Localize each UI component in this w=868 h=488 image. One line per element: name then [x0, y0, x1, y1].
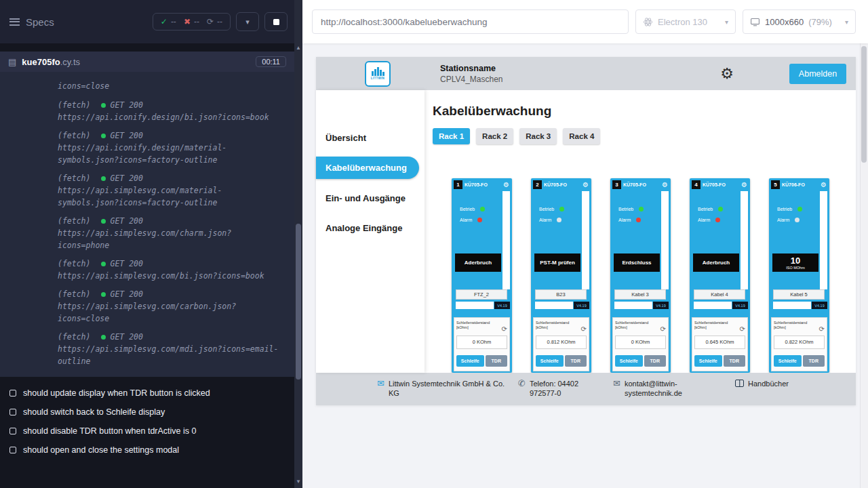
firmware-version: V4.19 [653, 302, 669, 309]
tab-rack-1[interactable]: Rack 1 [433, 128, 470, 144]
footer-manuals[interactable]: Handbücher [735, 379, 789, 388]
specs-menu-button[interactable]: Specs [9, 16, 54, 28]
tdr-button[interactable]: TDR [644, 355, 666, 367]
test-list: should update display when TDR button is… [0, 377, 294, 488]
tab-rack-3[interactable]: Rack 3 [519, 128, 557, 144]
log-url: https://api.simplesvg.com/carbon.json?ic… [58, 300, 281, 325]
device-scrollbar[interactable] [820, 191, 827, 289]
collapse-button[interactable]: ▾ [236, 12, 259, 31]
refresh-icon[interactable]: ⟳ [502, 326, 507, 333]
device-model-label: KÜ705-FO [465, 182, 488, 187]
firmware-version: V4.19 [494, 302, 510, 309]
scrollbar-thumb[interactable] [861, 46, 867, 163]
schleife-button[interactable]: Schleife [536, 355, 564, 367]
device-model-label: KÜ705-FO [544, 182, 567, 187]
measurement-value: 0.645 KOhm [694, 336, 745, 349]
stop-tests-button[interactable] [264, 12, 288, 31]
measurement-panel: Schleifenwiderstand [kOhm] ⟳ 0.812 KOhm … [533, 317, 589, 371]
device-gear-icon[interactable]: ⚙ [821, 182, 827, 188]
success-dot-icon [101, 292, 106, 297]
main-content: Kabelüberwachung Rack 1 Rack 2 Rack 3 Ra… [425, 90, 856, 373]
test-item[interactable]: should disable TDR button when tdrActive… [9, 422, 285, 441]
test-item[interactable]: should open and close the settings modal [9, 441, 285, 460]
tdr-button[interactable]: TDR [803, 355, 825, 367]
scroll-up-arrow[interactable]: ▲ [294, 43, 302, 53]
device-scrollbar[interactable] [741, 191, 748, 289]
status-display: Erdschluss [614, 253, 660, 272]
device-gear-icon[interactable]: ⚙ [662, 182, 668, 188]
status-display: Aderbruch [455, 253, 501, 272]
success-dot-icon [101, 134, 106, 138]
log-url: https://api.simplesvg.com/material-symbo… [58, 184, 281, 209]
cable-name-field: Kabel 5 [773, 289, 825, 300]
viewport-select[interactable]: 1000x660 (79%) ▾ [743, 9, 856, 34]
tdr-button[interactable]: TDR [486, 355, 507, 367]
refresh-icon[interactable]: ⟳ [660, 326, 666, 333]
betrieb-led [559, 207, 564, 211]
measurement-panel: Schleifenwiderstand [kOhm] ⟳ 0.822 KOhm … [771, 317, 827, 371]
sidebar-item-analoge-eingaenge[interactable]: Analoge Eingänge [316, 213, 425, 243]
schleife-button[interactable]: Schleife [456, 355, 484, 367]
log-entry[interactable]: (fetch)GET 200 https://api.iconify.desig… [58, 129, 281, 166]
success-dot-icon [101, 262, 106, 266]
tdr-button[interactable]: TDR [724, 355, 745, 367]
log-entry[interactable]: (fetch)GET 200 https://api.simplesvg.com… [58, 172, 281, 209]
success-dot-icon [101, 103, 106, 108]
runner-scrollbar[interactable]: ▲ ▼ [294, 0, 302, 488]
scrollbar-thumb[interactable] [296, 224, 301, 380]
test-item[interactable]: should switch back to Schleife display [9, 403, 285, 422]
status-display: Aderbruch [693, 253, 739, 272]
spec-timer: 00:11 [256, 56, 286, 67]
test-box-icon [9, 390, 16, 396]
device-gear-icon[interactable]: ⚙ [583, 182, 589, 188]
schleife-button[interactable]: Schleife [694, 355, 722, 367]
log-entry[interactable]: (fetch)GET 200 https://api.simplesvg.com… [58, 215, 281, 251]
spec-file-name[interactable]: kue705fo.cy.ts [22, 57, 80, 67]
sidebar-item-kabelueberwachung[interactable]: Kabelüberwachung [316, 157, 419, 179]
device-card-1: 1KÜ705-FO⚙ Betrieb Alarm Aderbruch FTZ_2… [452, 178, 512, 373]
device-gear-icon[interactable]: ⚙ [741, 182, 747, 188]
spare-field [456, 302, 494, 309]
device-scrollbar[interactable] [582, 191, 589, 289]
refresh-icon[interactable]: ⟳ [740, 326, 745, 333]
cable-name-field: Kabel 4 [694, 289, 745, 300]
refresh-icon[interactable]: ⟳ [819, 326, 825, 333]
url-input[interactable] [312, 9, 629, 34]
mail-icon: ✉ [613, 379, 620, 388]
betrieb-led [797, 207, 802, 211]
refresh-icon[interactable]: ⟳ [581, 326, 587, 333]
log-entry[interactable]: (fetch)GET 200 https://api.simplesvg.com… [58, 288, 281, 325]
sidebar-item-ein-und-ausgaenge[interactable]: Ein- und Ausgänge [316, 183, 425, 213]
footer-phone[interactable]: ✆Telefon: 04402 972577-0 [518, 379, 613, 399]
device-scrollbar[interactable] [502, 191, 510, 289]
sidebar-item-uebersicht[interactable]: Übersicht [316, 123, 425, 152]
schleife-button[interactable]: Schleife [615, 355, 643, 367]
device-gear-icon[interactable]: ⚙ [503, 182, 509, 188]
measurement-value: 0.812 KOhm [536, 336, 587, 349]
log-entry[interactable]: (fetch)GET 200 https://api.simplesvg.com… [58, 258, 281, 282]
footer-email[interactable]: ✉kontakt@littwin-systemtechnik.de [613, 379, 735, 399]
tab-rack-2[interactable]: Rack 2 [476, 128, 513, 144]
device-number-badge: 1 [454, 180, 462, 189]
logout-button[interactable]: Abmelden [789, 64, 846, 84]
device-card-3: 3KÜ705-FO⚙ Betrieb Alarm Erdschluss Kabe… [610, 178, 671, 373]
log-url: https://api.iconify.design/bi.json?icons… [58, 111, 281, 123]
cross-icon: ✖ [184, 17, 191, 26]
device-number-badge: 2 [533, 180, 542, 189]
browser-engine-select[interactable]: Electron 130 ▾ [635, 9, 736, 34]
schleife-button[interactable]: Schleife [774, 355, 802, 367]
log-entry[interactable]: (fetch)GET 200 https://api.simplesvg.com… [58, 331, 281, 367]
tdr-button[interactable]: TDR [565, 355, 587, 367]
stat-failed: ✖-- [184, 17, 199, 26]
window-scrollbar[interactable] [860, 43, 868, 488]
log-entry[interactable]: (fetch)GET 200 https://api.iconify.desig… [58, 99, 281, 123]
tab-rack-4[interactable]: Rack 4 [563, 128, 600, 144]
settings-gear-icon[interactable]: ⚙ [720, 66, 734, 81]
test-item[interactable]: should update display when TDR button is… [9, 384, 285, 403]
check-icon: ✓ [161, 17, 167, 26]
chevron-down-icon: ▾ [245, 18, 250, 26]
scroll-down-arrow[interactable]: ▼ [294, 477, 302, 487]
app-under-test: LITTWIN Stationsname CPLV4_Maschen ⚙ Abm… [316, 57, 856, 405]
device-scrollbar[interactable] [661, 191, 669, 289]
page-title: Kabelüberwachung [433, 104, 856, 119]
